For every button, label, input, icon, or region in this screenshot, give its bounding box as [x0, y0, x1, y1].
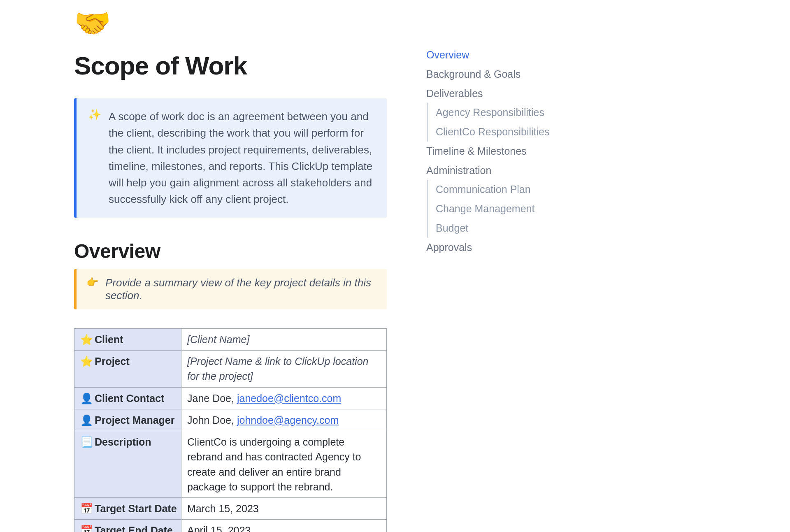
toc-item-background[interactable]: Background & Goals [426, 65, 551, 84]
overview-heading[interactable]: Overview [74, 240, 387, 263]
page-title[interactable]: Scope of Work [74, 51, 387, 80]
star-icon: ⭐ [80, 355, 93, 367]
table-row: ⭐Project [Project Name & link to ClickUp… [74, 351, 387, 388]
toc-item-deliverables[interactable]: Deliverables [426, 84, 551, 103]
toc-subitem[interactable]: Change Management [436, 199, 551, 218]
overview-callout-text: Provide a summary view of the key projec… [105, 276, 377, 302]
row-label: Client [95, 334, 123, 345]
toc-subitem[interactable]: Communication Plan [436, 180, 551, 199]
calendar-icon: 📅 [80, 503, 93, 514]
page-icon: 📃 [80, 436, 93, 448]
row-value[interactable]: March 15, 2023 [187, 503, 259, 514]
table-of-contents: Overview Background & Goals Deliverables… [420, 8, 551, 532]
contact-name: Jane Doe, [187, 393, 237, 404]
toc-subitem[interactable]: Agency Responsibilities [436, 103, 551, 122]
toc-item-administration[interactable]: Administration [426, 161, 551, 180]
contact-email-link[interactable]: janedoe@clientco.com [237, 393, 341, 404]
pm-email-link[interactable]: johndoe@agency.com [237, 414, 339, 426]
table-row: 📃Description ClientCo is undergoing a co… [74, 431, 387, 498]
row-value[interactable]: [Client Name] [187, 334, 249, 345]
pm-name: John Doe, [187, 414, 237, 426]
row-value[interactable]: ClientCo is undergoing a complete rebran… [187, 436, 361, 493]
table-row: 👤Project Manager John Doe, johndoe@agenc… [74, 409, 387, 431]
row-label: Description [95, 436, 151, 448]
sparkles-icon: ✨ [88, 108, 101, 208]
table-row: 👤Client Contact Jane Doe, janedoe@client… [74, 387, 387, 409]
row-label: Project Manager [95, 414, 175, 426]
toc-item-overview[interactable]: Overview [426, 45, 551, 65]
intro-text: A scope of work doc is an agreement betw… [109, 108, 375, 208]
row-value[interactable]: April 15, 2023 [187, 525, 251, 532]
row-label: Project [95, 355, 130, 367]
row-value[interactable]: [Project Name & link to ClickUp location… [187, 355, 368, 382]
table-row: 📅Target Start Date March 15, 2023 [74, 498, 387, 520]
person-icon: 👤 [80, 393, 93, 404]
row-label: Client Contact [95, 393, 164, 404]
document-main: 🤝 Scope of Work ✨ A scope of work doc is… [16, 8, 420, 532]
toc-item-approvals[interactable]: Approvals [426, 238, 551, 257]
row-label: Target Start Date [95, 503, 177, 514]
overview-table[interactable]: ⭐Client [Client Name] ⭐Project [Project … [74, 328, 387, 532]
toc-subitem[interactable]: ClientCo Responsibilities [436, 122, 551, 142]
toc-item-timeline[interactable]: Timeline & Milestones [426, 142, 551, 161]
toc-subitem[interactable]: Budget [436, 218, 551, 238]
page-icon[interactable]: 🤝 [74, 8, 387, 38]
point-right-icon: 👉 [86, 276, 99, 302]
table-row: 📅Target End Date April 15, 2023 [74, 520, 387, 532]
intro-callout[interactable]: ✨ A scope of work doc is an agreement be… [74, 98, 387, 218]
table-row: ⭐Client [Client Name] [74, 328, 387, 350]
star-icon: ⭐ [80, 334, 93, 345]
calendar-icon: 📅 [80, 525, 93, 532]
overview-callout[interactable]: 👉 Provide a summary view of the key proj… [74, 269, 387, 309]
person-icon: 👤 [80, 414, 93, 426]
row-label: Target End Date [95, 525, 173, 532]
